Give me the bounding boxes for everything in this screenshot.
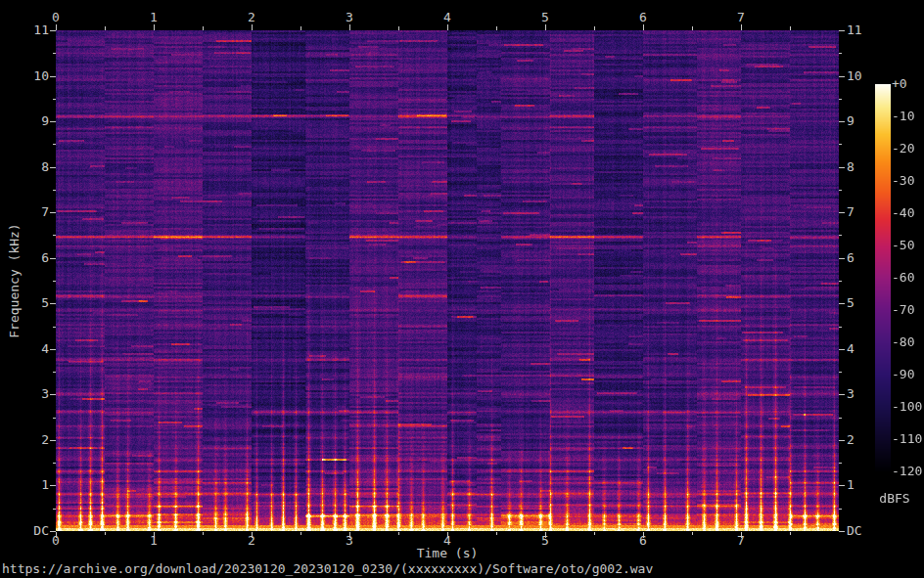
x-minor-tick-top xyxy=(692,26,693,30)
y-tick-right xyxy=(839,485,845,486)
y-tick-right xyxy=(839,167,845,168)
x-tick-bottom xyxy=(252,532,253,538)
y-minor-tick-right xyxy=(839,190,842,191)
y-tick-label-left: 11 xyxy=(10,23,49,37)
y-tick-label-left: 10 xyxy=(10,69,49,83)
x-tick-bottom xyxy=(643,532,644,538)
x-tick-bottom xyxy=(545,532,546,538)
x-tick-label-top: 6 xyxy=(624,11,663,24)
x-tick-label-top: 4 xyxy=(428,11,467,24)
y-tick-label-left: 7 xyxy=(10,205,49,219)
x-minor-tick-bottom xyxy=(496,532,497,535)
x-tick-top xyxy=(545,24,546,30)
y-minor-tick-left xyxy=(53,144,56,145)
y-minor-tick-right xyxy=(839,53,842,54)
colorbar-tick-label: -10 xyxy=(892,110,914,123)
footer-url: https://archive.org/download/20230120_20… xyxy=(2,562,653,576)
x-tick-bottom xyxy=(349,532,350,538)
x-minor-tick-bottom xyxy=(692,532,693,535)
y-minor-tick-left xyxy=(53,509,56,510)
x-minor-tick-bottom xyxy=(790,532,791,535)
x-minor-tick-bottom xyxy=(105,532,106,535)
x-tick-label-top: 1 xyxy=(134,11,173,24)
y-minor-tick-right xyxy=(839,327,842,328)
y-tick-label-right: 9 xyxy=(847,114,855,128)
y-minor-tick-right xyxy=(839,463,842,464)
y-tick-right xyxy=(839,303,845,304)
x-minor-tick-bottom xyxy=(398,532,399,535)
y-tick-label-left: 9 xyxy=(10,114,49,128)
x-minor-tick-bottom xyxy=(300,532,301,535)
frequency-axis-label: Frequency (kHz) xyxy=(8,223,22,337)
y-tick-right xyxy=(839,76,845,77)
colorbar-tick-label: -120 xyxy=(892,465,922,478)
colorbar-tick-label: -70 xyxy=(892,303,914,317)
x-minor-tick-bottom xyxy=(203,532,204,535)
y-tick-label-right: 8 xyxy=(847,160,855,174)
y-minor-tick-right xyxy=(839,372,842,373)
y-tick-left xyxy=(50,349,56,350)
y-tick-label-right: 1 xyxy=(847,478,855,492)
x-minor-tick-top xyxy=(203,26,204,30)
y-minor-tick-right xyxy=(839,281,842,282)
x-tick-top xyxy=(252,24,253,30)
y-tick-left xyxy=(50,76,56,77)
x-tick-label-top: 3 xyxy=(330,11,369,24)
y-tick-right-dc xyxy=(839,531,845,532)
y-minor-tick-left xyxy=(53,53,56,54)
x-minor-tick-top xyxy=(105,26,106,30)
colorbar-tick-label: -100 xyxy=(892,400,922,414)
dbfs-unit-label: dBFS xyxy=(873,492,916,506)
y-tick-label-right: 3 xyxy=(847,387,855,401)
y-tick-left xyxy=(50,212,56,213)
x-minor-tick-top xyxy=(300,26,301,30)
y-minor-tick-left xyxy=(53,372,56,373)
y-minor-tick-right xyxy=(839,418,842,419)
x-minor-tick-bottom xyxy=(594,532,595,535)
y-tick-left xyxy=(50,258,56,259)
y-tick-right xyxy=(839,30,845,31)
y-minor-tick-left xyxy=(53,281,56,282)
colorbar-tick-label: -110 xyxy=(892,432,922,446)
y-tick-right xyxy=(839,258,845,259)
spectrogram-canvas xyxy=(56,30,839,531)
x-tick-top xyxy=(447,24,448,30)
x-minor-tick-top xyxy=(496,26,497,30)
colorbar-tick-label: +0 xyxy=(892,77,907,91)
y-minor-tick-left xyxy=(53,235,56,236)
y-minor-tick-left xyxy=(53,99,56,100)
y-tick-left-dc xyxy=(50,531,56,532)
dc-label-right: DC xyxy=(847,524,862,538)
y-tick-right xyxy=(839,212,845,213)
x-tick-label-top: 2 xyxy=(232,11,271,24)
y-tick-label-right: 11 xyxy=(847,23,862,37)
y-tick-label-right: 10 xyxy=(847,69,862,83)
y-minor-tick-right xyxy=(839,144,842,145)
x-minor-tick-top xyxy=(594,26,595,30)
x-tick-top xyxy=(154,24,155,30)
y-tick-label-left: 5 xyxy=(10,296,49,310)
x-tick-bottom xyxy=(741,532,742,538)
y-minor-tick-left xyxy=(53,190,56,191)
x-tick-label-top: 5 xyxy=(526,11,565,24)
y-minor-tick-left xyxy=(53,418,56,419)
y-minor-tick-right xyxy=(839,235,842,236)
x-tick-top xyxy=(643,24,644,30)
x-tick-top xyxy=(349,24,350,30)
y-tick-label-left: 3 xyxy=(10,387,49,401)
colorbar-tick-label: -30 xyxy=(892,174,914,188)
colorbar-tick-label: -80 xyxy=(892,335,914,349)
colorbar-tick-label: -20 xyxy=(892,142,914,156)
y-tick-label-left: 1 xyxy=(10,478,49,492)
time-axis-label: Time (s) xyxy=(56,547,839,560)
x-minor-tick-top xyxy=(790,26,791,30)
x-minor-tick-top xyxy=(398,26,399,30)
x-tick-bottom xyxy=(447,532,448,538)
y-tick-left xyxy=(50,485,56,486)
y-tick-label-left: 2 xyxy=(10,433,49,447)
y-tick-label-right: 7 xyxy=(847,205,855,219)
y-tick-right xyxy=(839,349,845,350)
dc-label-left: DC xyxy=(10,524,49,538)
y-minor-tick-left xyxy=(53,463,56,464)
y-tick-left xyxy=(50,167,56,168)
